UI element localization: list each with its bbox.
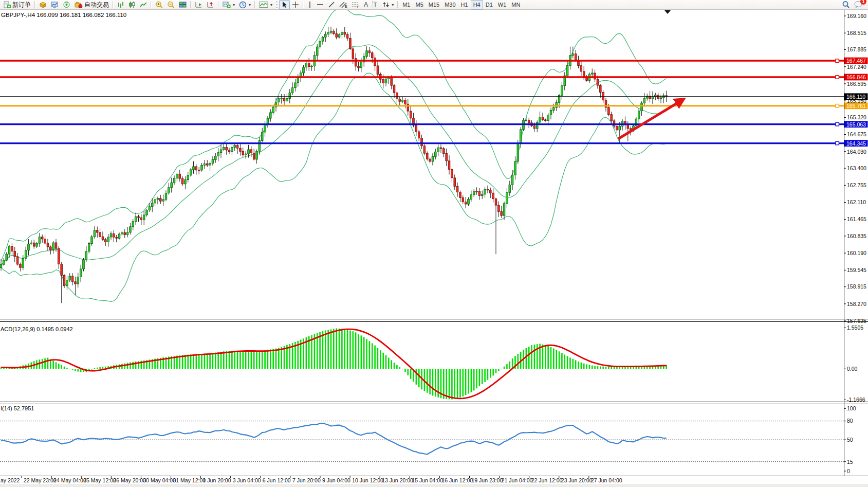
macd-panel: 1.55050.00-1.1666 [1, 324, 865, 403]
candles [0, 27, 667, 303]
chevron-down-icon: ▾ [270, 3, 272, 7]
symbol-info: GBPJPY-,H4 166.099 166.181 166.082 166.1… [1, 12, 126, 18]
zoom-out-button[interactable] [165, 0, 177, 10]
time-tick-label: 10 Jun 12:00 [352, 477, 383, 483]
tab-timeframe-w1[interactable]: W1 [495, 0, 509, 10]
price-badge-label: 164.345 [846, 140, 866, 147]
price-tick-label: 163.400 [847, 165, 866, 171]
price-tick-label: 164.675 [847, 131, 866, 137]
rsi-scale-label: 100 [847, 405, 856, 411]
chart-area[interactable]: 167.467166.846166.110165.761165.063164.3… [0, 0, 868, 487]
market-watch-button[interactable] [37, 0, 49, 10]
tile-windows-icon [179, 1, 187, 8]
bollinger-bands [1, 9, 667, 302]
hline-anchor[interactable] [836, 59, 839, 62]
price-tick-label: 158.270 [847, 301, 866, 307]
price-tick-label: 168.515 [847, 30, 866, 36]
tab-timeframe-m30[interactable]: M30 [442, 0, 458, 10]
horizontal-lines[interactable]: 167.467166.846166.110165.761165.063164.3… [0, 58, 868, 147]
line-chart-icon [140, 1, 147, 8]
data-window-button[interactable] [49, 0, 61, 10]
window-bottom-strip [0, 484, 868, 487]
rsi-scale-label: 50 [847, 437, 853, 443]
price-tick-label: 167.240 [847, 64, 866, 70]
tab-timeframe-m15[interactable]: M15 [426, 0, 442, 10]
svg-text:E: E [345, 5, 347, 8]
arrows-tool[interactable]: ▾ [380, 0, 396, 10]
toolbar: 新订单 [0, 0, 868, 10]
chart-shift-marker[interactable] [664, 10, 671, 14]
tab-timeframe-d1[interactable]: D1 [483, 0, 495, 10]
new-order-button[interactable]: 新订单 [1, 0, 33, 10]
price-tick-label: 166.595 [847, 81, 866, 87]
fibonacci-tool[interactable]: F [349, 0, 362, 10]
notifications-button[interactable]: 1 [852, 0, 865, 10]
trendline-icon [328, 1, 335, 8]
macd-indicator-label: ACD(12,26,9) 0.1495 0.0942 [1, 326, 73, 332]
candle-chart-button[interactable] [126, 0, 138, 10]
strategy-navigator-button[interactable] [61, 0, 72, 10]
chevron-down-icon: ▾ [233, 3, 235, 7]
new-chart-button[interactable]: ▾ [220, 0, 237, 10]
data-window-icon [51, 1, 59, 8]
macd-scale-label: -1.1666 [847, 396, 865, 403]
price-tick-label: 164.030 [847, 149, 866, 155]
new-order-icon [3, 1, 11, 9]
period-clock-button[interactable]: ▾ [237, 0, 253, 10]
tab-timeframe-h4[interactable]: H4 [471, 0, 483, 10]
trendline-tool[interactable] [326, 0, 337, 10]
vertical-line-tool[interactable] [305, 0, 315, 10]
time-tick-label: 1 Jun 20:00 [203, 477, 231, 483]
rsi-line [1, 423, 667, 455]
search-icon [842, 1, 850, 9]
text-label-tool[interactable]: T [370, 0, 380, 10]
horizontal-line-icon [317, 1, 324, 8]
tab-timeframe-h1[interactable]: H1 [458, 0, 471, 10]
template-icon [259, 1, 268, 8]
market-watch-icon [39, 1, 47, 8]
time-tick-label: 6 Jun 12:00 [263, 477, 291, 483]
channel-tool[interactable]: E [337, 0, 349, 10]
signal-icon [63, 1, 70, 8]
crosshair-icon [292, 1, 299, 8]
clock-icon [239, 1, 247, 9]
hline-anchor[interactable] [836, 141, 839, 145]
line-chart-button[interactable] [138, 0, 149, 10]
zoom-in-icon [155, 1, 163, 9]
price-tick-label: 165.950 [847, 98, 866, 104]
time-tick-label: 13 Jun 20:00 [382, 477, 413, 483]
bar-chart-button[interactable] [115, 0, 126, 10]
time-tick-label: 16 Jun 12:00 [441, 477, 473, 483]
vertical-line-icon [307, 1, 312, 8]
cursor-tool-button[interactable] [279, 0, 290, 10]
time-axis[interactable]: ay 202222 May 23:0024 May 04:0025 May 12… [1, 476, 622, 484]
chevron-down-icon: ▾ [392, 3, 394, 7]
tab-timeframe-m1[interactable]: M1 [400, 0, 413, 10]
tab-timeframe-mn[interactable]: MN [509, 0, 523, 10]
hline-anchor[interactable] [836, 76, 839, 79]
chart-shift-button[interactable] [205, 0, 216, 10]
time-tick-label: 19 Jun 23:00 [472, 477, 503, 483]
hline-anchor[interactable] [836, 104, 839, 107]
auto-scroll-icon [195, 1, 202, 8]
autotrade-button[interactable]: 自动交易 [72, 0, 111, 10]
template-button[interactable]: ▾ [257, 0, 274, 10]
horizontal-line-tool[interactable] [315, 0, 326, 10]
auto-scroll-button[interactable] [193, 0, 205, 10]
crosshair-tool-button[interactable] [290, 0, 301, 10]
time-tick-label: 7 Jun 20:00 [292, 477, 321, 483]
tab-timeframe-m5[interactable]: M5 [413, 0, 426, 10]
search-button[interactable] [840, 0, 852, 10]
time-tick-label: 23 Jun 20:00 [561, 477, 593, 483]
notification-badge: 1 [860, 0, 866, 5]
price-tick-label: 161.465 [847, 216, 866, 222]
zoom-in-button[interactable] [153, 0, 165, 10]
price-badge-label: 166.846 [846, 74, 866, 80]
time-tick-label: ay 2022 [1, 477, 20, 483]
price-tick-label: 167.885 [847, 46, 866, 52]
text-tool[interactable]: A [362, 0, 370, 10]
chevron-down-icon: ▾ [249, 3, 251, 7]
new-order-label: 新订单 [12, 1, 31, 9]
hline-anchor[interactable] [836, 122, 839, 125]
tile-windows-button[interactable] [177, 0, 189, 10]
